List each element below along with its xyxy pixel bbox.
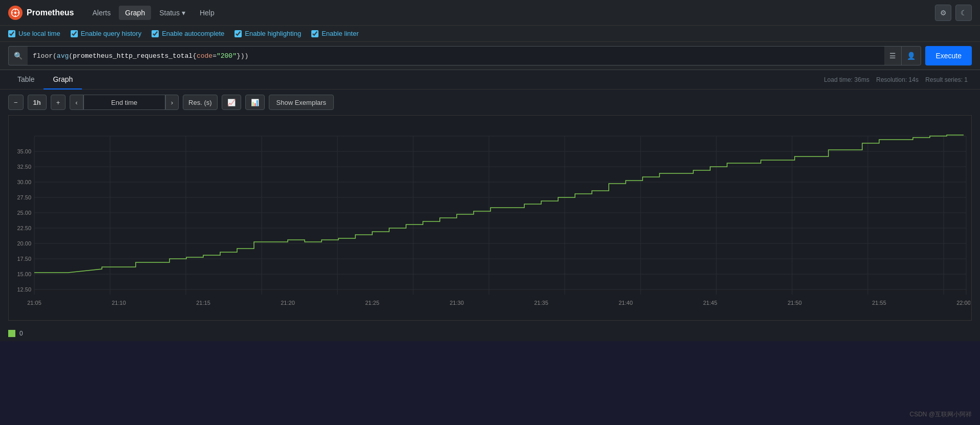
- chart-container: 12.50 15.00 17.50 20.00 22.50 25.00 27.5…: [0, 115, 980, 326]
- nav-links: Alerts Graph Status ▾ Help: [86, 6, 935, 20]
- chevron-down-icon: ▾: [182, 9, 185, 17]
- legend-color-swatch: [8, 330, 15, 337]
- decrease-duration-button[interactable]: −: [8, 95, 24, 110]
- increase-duration-button[interactable]: +: [51, 95, 66, 110]
- search-actions: ☰ 👤: [884, 46, 921, 65]
- end-time-display[interactable]: End time: [83, 95, 165, 110]
- result-series: Result series: 1: [925, 76, 968, 83]
- watermark: CSDN @互联网小阿祥: [909, 410, 972, 419]
- query-meta: Load time: 36ms Resolution: 14s Result s…: [824, 76, 972, 83]
- brand-link[interactable]: Prometheus: [8, 6, 74, 20]
- svg-text:21:35: 21:35: [534, 300, 548, 306]
- svg-text:25.00: 25.00: [17, 210, 31, 216]
- svg-text:21:55: 21:55: [872, 300, 886, 306]
- enable-highlighting-label: Enable highlighting: [245, 30, 301, 37]
- svg-text:21:30: 21:30: [450, 300, 464, 306]
- enable-query-history-option[interactable]: Enable query history: [71, 30, 142, 37]
- duration-label[interactable]: 1h: [28, 95, 47, 110]
- tabs-row: Table Graph Load time: 36ms Resolution: …: [0, 70, 980, 89]
- enable-query-history-label: Enable query history: [81, 30, 142, 37]
- tabs-area: Table Graph Load time: 36ms Resolution: …: [0, 70, 980, 90]
- chart-wrapper: 12.50 15.00 17.50 20.00 22.50 25.00 27.5…: [8, 115, 972, 321]
- tab-graph[interactable]: Graph: [44, 70, 82, 90]
- nav-icons: ⚙ ☾: [935, 5, 972, 21]
- svg-text:21:50: 21:50: [787, 300, 802, 306]
- svg-text:21:05: 21:05: [27, 300, 41, 306]
- svg-point-1: [14, 11, 17, 14]
- search-bar: 🔍 floor(avg(prometheus_http_requests_tot…: [0, 42, 980, 70]
- brand-label: Prometheus: [27, 8, 74, 17]
- options-bar: Use local time Enable query history Enab…: [0, 26, 980, 42]
- enable-autocomplete-label: Enable autocomplete: [162, 30, 224, 37]
- chart-svg: 12.50 15.00 17.50 20.00 22.50 25.00 27.5…: [9, 116, 970, 320]
- svg-text:22:00: 22:00: [956, 300, 970, 306]
- theme-button[interactable]: ☾: [955, 5, 972, 21]
- svg-text:17.50: 17.50: [17, 256, 31, 262]
- nav-alerts[interactable]: Alerts: [86, 6, 117, 20]
- metrics-explorer-button[interactable]: 👤: [901, 47, 921, 65]
- svg-text:21:40: 21:40: [619, 300, 633, 306]
- enable-highlighting-checkbox[interactable]: [235, 30, 242, 37]
- nav-status[interactable]: Status ▾: [153, 6, 191, 20]
- navbar: Prometheus Alerts Graph Status ▾ Help ⚙ …: [0, 0, 980, 26]
- enable-linter-option[interactable]: Enable linter: [311, 30, 358, 37]
- tab-table[interactable]: Table: [8, 70, 44, 90]
- enable-linter-checkbox[interactable]: [311, 30, 318, 37]
- time-nav-group: ‹ End time ›: [70, 95, 179, 110]
- svg-text:21:10: 21:10: [112, 300, 126, 306]
- svg-text:21:20: 21:20: [281, 300, 295, 306]
- enable-autocomplete-option[interactable]: Enable autocomplete: [152, 30, 224, 37]
- chart-legend: 0: [0, 326, 980, 341]
- enable-linter-label: Enable linter: [322, 30, 358, 37]
- nav-help[interactable]: Help: [194, 6, 221, 20]
- nav-graph[interactable]: Graph: [119, 6, 151, 20]
- query-display[interactable]: floor(avg(prometheus_http_requests_total…: [28, 46, 884, 65]
- line-chart-icon: 📈: [227, 99, 236, 106]
- resolution-button[interactable]: Res. (s): [183, 95, 218, 110]
- prometheus-logo-icon: [8, 6, 23, 20]
- show-exemplars-button[interactable]: Show Exemplars: [269, 95, 334, 110]
- svg-text:35.00: 35.00: [17, 148, 31, 154]
- enable-autocomplete-checkbox[interactable]: [152, 30, 159, 37]
- graph-controls: − 1h + ‹ End time › Res. (s) 📈 📊 Show Ex…: [0, 90, 980, 115]
- svg-text:21:45: 21:45: [703, 300, 717, 306]
- query-options-button[interactable]: ☰: [884, 47, 901, 65]
- svg-text:12.50: 12.50: [17, 286, 31, 293]
- use-local-time-checkbox[interactable]: [8, 30, 15, 37]
- search-icon-wrap: 🔍: [8, 46, 28, 65]
- stacked-chart-icon-button[interactable]: 📊: [245, 95, 265, 110]
- svg-text:30.00: 30.00: [17, 179, 31, 185]
- resolution: Resolution: 14s: [876, 76, 919, 83]
- line-chart-icon-button[interactable]: 📈: [222, 95, 241, 110]
- next-time-button[interactable]: ›: [165, 95, 179, 110]
- search-icon: 🔍: [14, 52, 23, 60]
- enable-query-history-checkbox[interactable]: [71, 30, 78, 37]
- svg-text:22.50: 22.50: [17, 225, 31, 231]
- svg-text:27.50: 27.50: [17, 194, 31, 200]
- legend-label: 0: [19, 330, 23, 337]
- execute-button[interactable]: Execute: [925, 46, 972, 65]
- load-time: Load time: 36ms: [824, 76, 869, 83]
- svg-text:21:15: 21:15: [196, 300, 210, 306]
- svg-text:15.00: 15.00: [17, 271, 31, 277]
- svg-text:21:25: 21:25: [365, 300, 379, 306]
- stacked-chart-icon: 📊: [251, 99, 259, 106]
- use-local-time-option[interactable]: Use local time: [8, 30, 60, 37]
- use-local-time-label: Use local time: [18, 30, 60, 37]
- prev-time-button[interactable]: ‹: [70, 95, 83, 110]
- svg-text:20.00: 20.00: [17, 240, 31, 247]
- enable-highlighting-option[interactable]: Enable highlighting: [235, 30, 301, 37]
- svg-text:32.50: 32.50: [17, 164, 31, 170]
- settings-button[interactable]: ⚙: [935, 5, 951, 21]
